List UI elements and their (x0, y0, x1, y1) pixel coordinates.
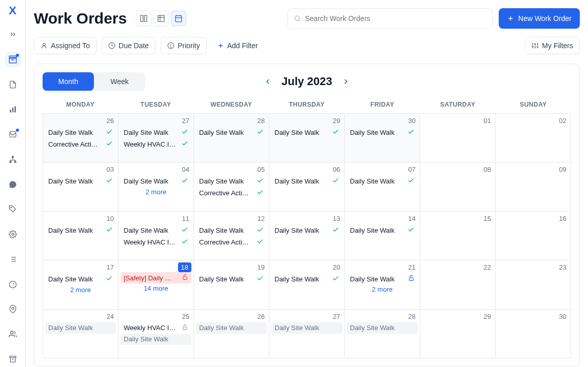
expand-sidebar-icon[interactable] (5, 27, 21, 43)
calendar-cell[interactable]: 26Daily Site WalkCorrective Acti… (43, 114, 119, 162)
calendar-cell[interactable]: 28Daily Site Walk (194, 114, 269, 162)
calendar-event[interactable]: Daily Site Walk (45, 322, 116, 334)
calendar-event[interactable]: Weekly HVAC I… (121, 322, 191, 334)
next-month-button[interactable] (339, 74, 353, 89)
calendar-event[interactable]: Daily Site Walk (121, 225, 191, 236)
calendar-cell[interactable]: 04Daily Site Walk2 more (119, 162, 194, 211)
nav-gauge-icon[interactable] (5, 276, 21, 292)
calendar-event[interactable]: Daily Site Walk (271, 175, 342, 187)
calendar-cell[interactable]: 21Daily Site Walk2 more (345, 260, 420, 309)
view-columns-button[interactable] (136, 11, 151, 26)
calendar-event[interactable]: Daily Site Walk (196, 322, 267, 334)
calendar-event[interactable]: [Safety] Daily … (121, 272, 191, 283)
calendar-event[interactable]: Corrective Acti… (45, 138, 116, 150)
calendar-event[interactable]: Daily Site Walk (121, 127, 191, 138)
nav-documents-icon[interactable] (5, 76, 21, 92)
calendar-event[interactable]: Daily Site Walk (196, 127, 267, 138)
search-box[interactable] (287, 8, 493, 29)
calendar-cell[interactable]: 03Daily Site Walk (43, 162, 119, 211)
calendar-cell[interactable]: 14Daily Site Walk (345, 212, 420, 260)
calendar-cell[interactable]: 28Daily Site Walk (345, 310, 420, 358)
calendar-event[interactable]: Daily Site Walk (347, 273, 418, 284)
calendar-event[interactable]: Weekly HVAC I… (121, 236, 191, 248)
nav-hierarchy-icon[interactable] (5, 152, 21, 168)
more-events-link[interactable]: 2 more (347, 284, 418, 294)
calendar-cell[interactable]: 20Daily Site Walk (269, 260, 345, 309)
calendar-cell[interactable]: 15 (420, 212, 496, 260)
nav-people-icon[interactable] (5, 327, 21, 342)
filter-priority[interactable]: Priority (161, 37, 207, 54)
toggle-week[interactable]: Week (94, 72, 145, 91)
calendar-event[interactable]: Daily Site Walk (45, 273, 116, 285)
calendar-event[interactable]: Daily Site Walk (196, 225, 267, 236)
view-calendar-button[interactable] (171, 11, 186, 26)
calendar-event[interactable]: Daily Site Walk (196, 273, 267, 285)
calendar-cell[interactable]: 24Daily Site Walk (43, 310, 119, 358)
view-table-button[interactable] (153, 11, 169, 26)
calendar-cell[interactable]: 16 (496, 212, 571, 260)
new-work-order-button[interactable]: New Work Order (499, 8, 580, 29)
calendar-event[interactable]: Daily Site Walk (45, 127, 116, 138)
calendar-event[interactable]: Daily Site Walk (45, 175, 116, 187)
nav-archive-icon[interactable] (5, 351, 21, 367)
calendar-cell[interactable]: 09 (496, 162, 571, 211)
calendar-cell[interactable]: 29Daily Site Walk (269, 114, 345, 162)
filter-due-date[interactable]: Due Date (102, 37, 155, 54)
search-input[interactable] (305, 14, 486, 23)
toggle-month[interactable]: Month (43, 72, 94, 91)
nav-settings-icon[interactable] (5, 227, 21, 242)
filter-assigned-to[interactable]: Assigned To (34, 37, 96, 54)
calendar-event[interactable]: Corrective Acti… (196, 187, 267, 199)
calendar-cell[interactable]: 05Daily Site WalkCorrective Acti… (194, 162, 269, 211)
date-number: 27 (271, 312, 342, 322)
calendar-cell[interactable]: 27Daily Site WalkWeekly HVAC I… (119, 114, 194, 162)
calendar-cell[interactable]: 01 (420, 114, 496, 162)
calendar-event[interactable]: Daily Site Walk (45, 225, 116, 236)
calendar-event[interactable]: Daily Site Walk (121, 175, 191, 187)
calendar-cell[interactable]: 02 (496, 114, 571, 162)
calendar-event[interactable]: Daily Site Walk (271, 322, 342, 334)
nav-tags-icon[interactable] (5, 201, 21, 217)
calendar-cell[interactable]: 19Daily Site Walk (194, 260, 269, 309)
nav-work-orders-icon[interactable] (5, 52, 21, 68)
calendar-event[interactable]: Corrective Acti… (196, 236, 267, 248)
calendar-cell[interactable]: 30Daily Site Walk (345, 114, 420, 162)
calendar-event[interactable]: Weekly HVAC I… (121, 138, 191, 150)
calendar-cell[interactable]: 27Daily Site Walk (269, 310, 345, 358)
my-filters-button[interactable]: My Filters (525, 37, 580, 54)
calendar-cell[interactable]: 30 (496, 310, 571, 358)
add-filter-button[interactable]: Add Filter (212, 37, 263, 54)
calendar-cell[interactable]: 10Daily Site Walk (43, 212, 119, 260)
nav-requests-icon[interactable] (5, 127, 21, 142)
more-events-link[interactable]: 2 more (121, 187, 191, 197)
prev-month-button[interactable] (261, 74, 275, 89)
calendar-event[interactable]: Daily Site Walk (271, 225, 342, 236)
nav-messages-icon[interactable] (5, 176, 21, 192)
calendar-event[interactable]: Daily Site Walk (271, 273, 342, 285)
calendar-cell[interactable]: 12Daily Site WalkCorrective Acti… (194, 212, 269, 260)
nav-location-icon[interactable] (5, 301, 21, 317)
calendar-event[interactable]: Daily Site Walk (347, 127, 418, 138)
calendar-event[interactable]: Daily Site Walk (347, 225, 418, 236)
calendar-cell[interactable]: 29 (420, 310, 496, 358)
calendar-cell[interactable]: 07Daily Site Walk (345, 162, 420, 211)
calendar-event[interactable]: Daily Site Walk (347, 322, 418, 334)
nav-analytics-icon[interactable] (5, 101, 21, 117)
more-events-link[interactable]: 14 more (121, 283, 191, 293)
calendar-cell[interactable]: 17Daily Site Walk2 more (43, 260, 119, 309)
calendar-event[interactable]: Daily Site Walk (271, 127, 342, 138)
nav-list-icon[interactable] (5, 251, 21, 267)
calendar-event[interactable]: Daily Site Walk (347, 175, 418, 187)
calendar-event[interactable]: Daily Site Walk (121, 334, 191, 345)
calendar-cell[interactable]: 26Daily Site Walk (194, 310, 269, 358)
calendar-cell[interactable]: 25Weekly HVAC I…Daily Site Walk (119, 310, 194, 358)
calendar-cell[interactable]: 18[Safety] Daily …14 more (119, 260, 194, 309)
calendar-cell[interactable]: 22 (420, 260, 496, 309)
calendar-cell[interactable]: 13Daily Site Walk (269, 212, 345, 260)
calendar-cell[interactable]: 06Daily Site Walk (269, 162, 345, 211)
calendar-cell[interactable]: 23 (496, 260, 571, 309)
more-events-link[interactable]: 2 more (45, 285, 116, 295)
calendar-event[interactable]: Daily Site Walk (196, 175, 267, 187)
calendar-cell[interactable]: 08 (420, 162, 496, 211)
calendar-cell[interactable]: 11Daily Site WalkWeekly HVAC I… (119, 212, 194, 260)
